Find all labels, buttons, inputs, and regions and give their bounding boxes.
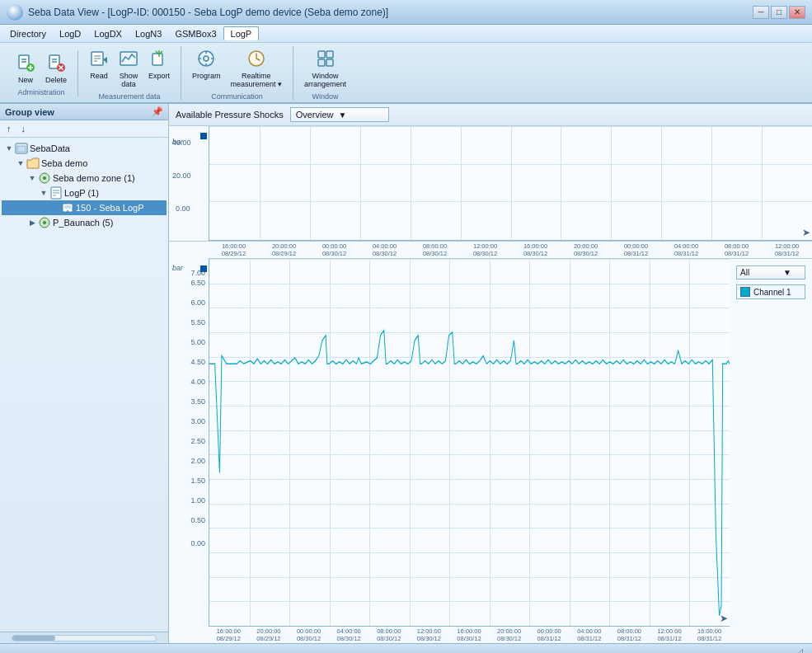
close-button[interactable]: ✕	[789, 6, 805, 19]
sidebar-header: Group view 📌	[0, 104, 168, 120]
communication-buttons: Program Realtimemeasurement ▾	[188, 46, 286, 91]
y-tick-100: 1.00	[190, 496, 205, 505]
grid-v-2	[310, 126, 311, 240]
svg-rect-18	[153, 54, 162, 65]
content-area: Available Pressure Shocks Overview ▼ bar…	[169, 104, 812, 643]
delete-button[interactable]: Delete	[41, 50, 71, 87]
program-label: Program	[192, 72, 221, 80]
sidebar-scrollbar[interactable]	[0, 632, 168, 643]
sort-desc-button[interactable]: ↓	[18, 122, 30, 135]
communication-group-label: Communication	[211, 92, 263, 101]
sidebar-title: Group view	[5, 107, 54, 117]
menu-logp[interactable]: LogP	[223, 26, 260, 40]
y-tick-500: 5.00	[190, 338, 205, 346]
charts-container: bar 40.00 20.00 0.00	[169, 126, 812, 643]
y-tick-050: 0.50	[190, 516, 205, 524]
scrollbar-track[interactable]	[12, 635, 157, 641]
x-label-0: 16:00:0008/29/12	[209, 242, 259, 258]
title-text: Seba Data View - [LogP-ID: 000150 - Seba…	[28, 7, 388, 18]
logp-icon	[49, 186, 63, 200]
chart-select-container: Overview ▼	[290, 107, 389, 122]
x-label-8: 00:00:0008/31/12	[611, 242, 661, 258]
y-tick-150: 1.50	[190, 477, 205, 485]
top-y-tick-20: 20.00	[172, 171, 191, 180]
top-chart-plot: ➤	[209, 126, 812, 241]
menu-directory[interactable]: Directory	[3, 27, 53, 40]
seba-data-icon	[15, 142, 28, 155]
top-y-tick-40: 40.00	[172, 139, 191, 147]
seba-demo-icon	[26, 157, 40, 170]
tree-container: ▼ SebaData ▼ Seba demo ▼ Seba d	[0, 138, 168, 632]
bx-label-6: 16:00:0008/30/12	[449, 627, 490, 643]
bx-label-8: 00:00:0008/31/12	[529, 627, 570, 643]
legend-channel1: Channel 1	[736, 284, 805, 299]
bx-label-12: 16:00:0008/31/12	[689, 627, 730, 643]
realtime-button[interactable]: Realtimemeasurement ▾	[227, 46, 287, 91]
tree-item-seba-demo[interactable]: ▼ Seba demo	[2, 156, 167, 171]
expand-p-baunach[interactable]: ▶	[26, 218, 38, 227]
chart-select-arrow: ▼	[339, 110, 347, 120]
tree-item-logp[interactable]: ▼ LogP (1)	[2, 186, 167, 200]
new-label: New	[18, 76, 33, 84]
top-chart-marker[interactable]	[200, 133, 207, 139]
svg-rect-27	[318, 51, 325, 58]
grid-v-8	[611, 126, 612, 240]
x-label-5: 12:00:0008/30/12	[460, 242, 510, 258]
window-arrangement-button[interactable]: Windowarrangement	[300, 46, 350, 91]
bx-label-9: 04:00:0008/31/12	[569, 627, 609, 643]
menu-gsmbox3[interactable]: GSMBox3	[168, 27, 223, 40]
top-chart-y-axis: bar 40.00 20.00 0.00	[169, 126, 209, 241]
y-tick-600: 6.00	[190, 298, 205, 307]
resize-handle[interactable]: ⊿	[797, 646, 807, 654]
admin-buttons: New Delete	[12, 50, 71, 87]
menu-logdx[interactable]: LogDX	[87, 27, 129, 40]
read-button[interactable]: Read	[85, 46, 113, 91]
grid-v-7	[561, 126, 561, 240]
expand-seba-data[interactable]: ▼	[3, 144, 15, 153]
bx-label-3: 04:00:0008/30/12	[329, 627, 369, 643]
x-label-10: 08:00:0008/31/12	[711, 242, 762, 258]
program-button[interactable]: Program	[188, 46, 225, 91]
legend-color-channel1	[740, 287, 750, 297]
tree-item-p-baunach[interactable]: ▶ P_Baunach (5)	[2, 215, 167, 230]
grid-v-9	[661, 126, 662, 240]
logp-device-icon	[61, 201, 74, 214]
export-button[interactable]: Export	[144, 46, 174, 91]
waveform-svg	[209, 259, 730, 626]
title-controls: ─ □ ✕	[753, 6, 805, 19]
tree-item-seba-data[interactable]: ▼ SebaData	[2, 141, 167, 156]
chart-header: Available Pressure Shocks Overview ▼	[169, 104, 812, 126]
chart-view-select[interactable]: Overview ▼	[290, 107, 389, 122]
y-tick-450: 4.50	[190, 358, 205, 366]
expand-logp[interactable]: ▼	[38, 189, 49, 197]
maximize-button[interactable]: □	[771, 6, 787, 19]
channel-select[interactable]: All ▼	[736, 265, 805, 280]
sidebar-pin-icon: 📌	[152, 106, 163, 117]
window-arrangement-label: Windowarrangement	[304, 72, 346, 88]
menu-logn3[interactable]: LogN3	[129, 27, 168, 40]
realtime-icon	[246, 49, 266, 72]
legend-label-channel1: Channel 1	[753, 288, 791, 297]
tree-item-logp-device[interactable]: 150 - Seba LogP	[2, 200, 167, 215]
tree-item-seba-demo-zone[interactable]: ▼ Seba demo zone (1)	[2, 171, 167, 186]
expand-seba-demo[interactable]: ▼	[15, 159, 26, 167]
svg-point-35	[43, 176, 46, 180]
pressure-shocks-label: Available Pressure Shocks	[176, 110, 284, 120]
export-icon	[149, 49, 169, 72]
menu-logd[interactable]: LogD	[53, 27, 87, 40]
sort-asc-button[interactable]: ↑	[3, 122, 15, 135]
show-data-icon	[119, 49, 138, 72]
show-data-button[interactable]: Showdata	[115, 46, 143, 91]
new-button[interactable]: New	[12, 50, 40, 87]
toolbar-buttons-row: New Delete Administration Read	[0, 43, 812, 102]
title-bar: Seba Data View - [LogP-ID: 000150 - Seba…	[0, 0, 812, 25]
expand-logp-device	[49, 204, 61, 212]
y-tick-350: 3.50	[190, 397, 205, 406]
x-label-4: 08:00:0008/30/12	[410, 242, 460, 258]
delete-icon	[46, 53, 66, 76]
y-tick-000: 0.00	[190, 539, 205, 547]
y-tick-650: 6.50	[190, 279, 205, 287]
expand-seba-demo-zone[interactable]: ▼	[26, 174, 38, 182]
minimize-button[interactable]: ─	[753, 6, 769, 19]
p-baunach-label: P_Baunach (5)	[53, 218, 113, 228]
